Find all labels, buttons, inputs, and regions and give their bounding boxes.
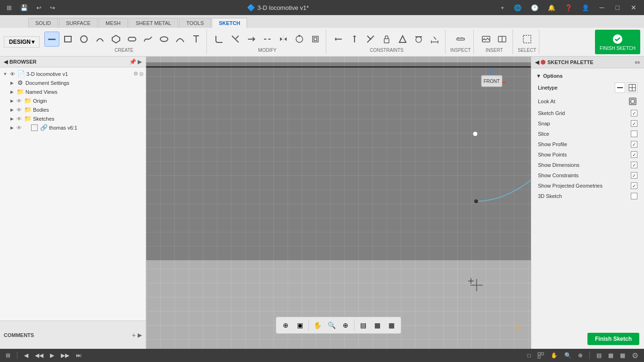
thomas-visibility-icon[interactable]: 👁 bbox=[15, 125, 23, 131]
bodies-visibility-icon[interactable]: 👁 bbox=[15, 107, 23, 113]
insert-image-tool[interactable] bbox=[479, 32, 494, 47]
view-cube[interactable]: Z FRONT bbox=[474, 66, 507, 99]
tab-surface[interactable]: SURFACE bbox=[59, 18, 98, 28]
conic-tool[interactable] bbox=[173, 32, 188, 47]
undo-button[interactable]: ↩ bbox=[33, 3, 44, 12]
clock-button[interactable]: 🕐 bbox=[528, 3, 541, 12]
browser-pin-button[interactable]: 📌 bbox=[129, 58, 136, 65]
zoom-window-button[interactable]: 🔍 bbox=[325, 319, 338, 332]
tangent-constraint[interactable] bbox=[411, 32, 426, 47]
tab-mesh[interactable]: MESH bbox=[99, 18, 128, 28]
palette-collapse-icon[interactable]: ◀ bbox=[535, 59, 539, 66]
browser-button[interactable]: 🌐 bbox=[511, 3, 524, 12]
status-prev-button[interactable]: ◀ bbox=[22, 351, 30, 360]
polygon-tool[interactable] bbox=[108, 32, 124, 47]
status-display-mode-button[interactable]: ▤ bbox=[594, 351, 603, 360]
notification-button[interactable]: 🔔 bbox=[545, 3, 558, 12]
status-end-button[interactable]: ⏭ bbox=[74, 351, 83, 360]
save-button[interactable]: 💾 bbox=[17, 3, 31, 12]
fillet-tool[interactable] bbox=[212, 32, 227, 47]
show-projected-checkbox[interactable] bbox=[631, 182, 637, 189]
status-zoom-region-button[interactable]: ⊕ bbox=[576, 351, 585, 360]
tab-solid[interactable]: SOLID bbox=[28, 18, 58, 28]
canvas-area[interactable]: Z FRONT Place first point ⊕ ▣ ✋ bbox=[146, 57, 531, 349]
minimize-button[interactable]: ─ bbox=[596, 3, 608, 12]
finish-sketch-toolbar-button[interactable]: FINISH SKETCH bbox=[595, 30, 640, 54]
sketch-grid-checkbox[interactable] bbox=[631, 110, 637, 116]
show-points-checkbox[interactable] bbox=[631, 151, 637, 158]
origin-visibility-icon[interactable]: 👁 bbox=[15, 98, 23, 104]
extend-tool[interactable] bbox=[244, 32, 259, 47]
tab-tools[interactable]: TOOLS bbox=[179, 18, 211, 28]
tree-item-doc-settings[interactable]: ▶ ⚙ Document Settings bbox=[0, 78, 146, 87]
snap-checkbox[interactable] bbox=[631, 120, 637, 127]
tree-item-origin[interactable]: ▶ 👁 📁 Origin bbox=[0, 96, 146, 105]
trim-tool[interactable] bbox=[228, 32, 243, 47]
slice-checkbox[interactable] bbox=[631, 131, 637, 137]
show-dimensions-checkbox[interactable] bbox=[631, 162, 637, 168]
close-button[interactable]: ✕ bbox=[627, 3, 640, 12]
grid-display-button[interactable]: ▦ bbox=[371, 319, 384, 332]
comments-panel[interactable]: COMMENTS + ▶ bbox=[0, 321, 146, 349]
linetype-style-button[interactable] bbox=[615, 82, 625, 93]
tree-item-bodies[interactable]: ▶ 👁 📁 Bodies bbox=[0, 105, 146, 114]
dimension-constraint[interactable] bbox=[427, 32, 442, 47]
app-menu-button[interactable]: ⊞ bbox=[4, 3, 15, 12]
finish-sketch-panel-button[interactable]: Finish Sketch bbox=[587, 333, 639, 345]
sketch-palette-expand-button[interactable]: ⇔ bbox=[635, 58, 640, 66]
status-env-button[interactable]: ▦ bbox=[618, 351, 627, 360]
status-tile-button[interactable] bbox=[536, 351, 546, 360]
status-pan-button[interactable]: ✋ bbox=[549, 351, 560, 360]
vertical-constraint[interactable] bbox=[347, 32, 362, 47]
pan-button[interactable]: ✋ bbox=[311, 319, 324, 332]
tree-item-thomas[interactable]: ▶ 👁 🔗 thomas v6:1 bbox=[0, 123, 146, 132]
show-profile-checkbox[interactable] bbox=[631, 141, 637, 148]
perpendicular-constraint[interactable] bbox=[363, 32, 378, 47]
add-tab-button[interactable]: + bbox=[498, 3, 507, 12]
help-button[interactable]: ❓ bbox=[562, 3, 575, 12]
maximize-button[interactable]: □ bbox=[612, 3, 623, 12]
visual-style-button[interactable]: ▤ bbox=[356, 319, 370, 332]
circle-tool[interactable] bbox=[76, 32, 91, 47]
tree-item-sketches[interactable]: ▶ 👁 📁 Sketches bbox=[0, 114, 146, 123]
triangle-constraint[interactable] bbox=[395, 32, 410, 47]
text-tool[interactable] bbox=[189, 32, 204, 47]
tree-item-named-views[interactable]: ▶ 📁 Named Views bbox=[0, 87, 146, 96]
browser-close-button[interactable]: ▶ bbox=[138, 58, 142, 65]
status-grid-button[interactable]: ⊞ bbox=[4, 351, 12, 360]
fit-button[interactable]: ⊕ bbox=[339, 319, 352, 332]
profile-button[interactable]: 👤 bbox=[579, 3, 592, 12]
arc-tool[interactable] bbox=[92, 32, 107, 47]
environment-button[interactable]: ▦ bbox=[385, 319, 398, 332]
status-play-button[interactable]: ▶ bbox=[48, 351, 56, 360]
3d-sketch-checkbox[interactable] bbox=[631, 193, 637, 199]
look-at-button[interactable] bbox=[628, 97, 637, 106]
line-tool[interactable] bbox=[44, 32, 59, 47]
sketches-visibility-icon[interactable]: 👁 bbox=[15, 116, 23, 122]
offset-tool[interactable] bbox=[308, 32, 323, 47]
break-tool[interactable] bbox=[260, 32, 275, 47]
spline-tool[interactable] bbox=[140, 32, 156, 47]
comments-add-button[interactable]: + bbox=[132, 331, 136, 339]
insert-canvas-tool[interactable] bbox=[495, 32, 510, 47]
tab-sheet-metal[interactable]: SHEET METAL bbox=[129, 18, 178, 28]
redo-button[interactable]: ↪ bbox=[47, 3, 58, 12]
mirror-tool[interactable] bbox=[276, 32, 291, 47]
rectangle-tool[interactable] bbox=[60, 32, 75, 47]
comments-close-button[interactable]: ▶ bbox=[138, 331, 142, 339]
measure-tool[interactable] bbox=[453, 32, 468, 47]
status-frame-button[interactable]: □ bbox=[526, 351, 533, 360]
tree-item-root[interactable]: ▼ 👁 📄 3-D locomotive v1 ⚙ ◎ bbox=[0, 69, 146, 78]
status-gear-button[interactable]: ⚙ bbox=[630, 350, 640, 361]
display-settings-button[interactable]: ▣ bbox=[293, 319, 306, 332]
horizontal-constraint[interactable] bbox=[331, 32, 346, 47]
select-filter-button[interactable]: ⊕ bbox=[279, 319, 292, 332]
slot-tool[interactable] bbox=[124, 32, 140, 47]
design-dropdown[interactable]: DESIGN ▾ bbox=[4, 36, 40, 48]
root-settings-icon[interactable]: ⚙ bbox=[133, 71, 138, 77]
ellipse-tool[interactable] bbox=[157, 32, 172, 47]
circular-pattern-tool[interactable] bbox=[292, 32, 307, 47]
status-rewind-button[interactable]: ◀◀ bbox=[33, 351, 45, 360]
show-constraints-checkbox[interactable] bbox=[631, 172, 637, 179]
status-grid-settings-button[interactable]: ▦ bbox=[606, 351, 615, 360]
